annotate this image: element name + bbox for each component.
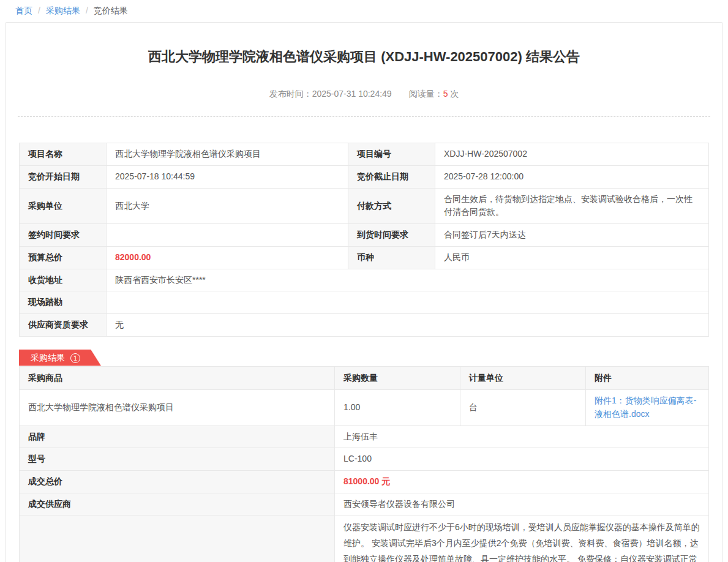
publish-time-label: 发布时间：	[269, 89, 312, 99]
breadcrumb: 首页/采购结果/竞价结果	[0, 0, 728, 21]
breadcrumb-separator: /	[38, 6, 40, 15]
table-row: 成交供应商 西安领导者仪器设备有限公司	[20, 493, 709, 515]
info-label: 收货地址	[20, 269, 107, 291]
info-label: 付款方式	[348, 188, 435, 223]
breadcrumb-procurement-results-link[interactable]: 采购结果	[46, 6, 80, 15]
table-row: 收货地址 陕西省西安市长安区****	[20, 269, 709, 291]
info-label: 项目名称	[20, 143, 107, 166]
table-row: 品牌 上海伍丰	[20, 425, 709, 448]
content-area: 项目名称 西北大学物理学院液相色谱仪采购项目 项目编号 XDJJ-HW-2025…	[6, 117, 722, 562]
info-label: 成交总价	[20, 471, 335, 493]
col-header-product: 采购商品	[20, 366, 335, 390]
model-value: LC-100	[335, 448, 709, 471]
announcement-meta: 发布时间：2025-07-31 10:24:49阅读量：5 次	[6, 89, 722, 116]
info-label: 采购单位	[20, 188, 107, 223]
supplier-value: 西安领导者仪器设备有限公司	[335, 493, 709, 515]
brand-value: 上海伍丰	[335, 425, 709, 448]
procurement-result-table: 采购商品 采购数量 计量单位 附件 西北大学物理学院液相色谱仪采购项目 1.00…	[19, 366, 709, 562]
info-label: 项目编号	[348, 143, 435, 166]
attachment-link[interactable]: 附件1：货物类响应偏离表-液相色谱.docx	[595, 395, 696, 419]
publish-time-value: 2025-07-31 10:24:49	[312, 89, 392, 99]
result-badge-label: 采购结果	[31, 353, 65, 362]
col-header-unit: 计量单位	[460, 366, 586, 390]
info-value: 西北大学	[107, 188, 348, 223]
info-label: 型号	[20, 448, 335, 471]
info-label: 到货时间要求	[348, 224, 435, 247]
info-value: 2025-07-28 12:00:00	[435, 166, 709, 189]
table-row: 预算总价 82000.00 币种 人民币	[20, 246, 709, 269]
warranty-service-value: 仪器安装调试时应进行不少于6小时的现场培训，受培训人员应能掌握仪器的基本操作及简…	[335, 515, 709, 562]
table-row: 质保及售后服务 仪器安装调试时应进行不少于6小时的现场培训，受培训人员应能掌握仪…	[20, 515, 709, 562]
procurement-result-badge: 采购结果1	[19, 350, 101, 366]
views-unit: 次	[450, 89, 459, 99]
table-row: 现场踏勘	[20, 291, 709, 314]
info-label: 现场踏勘	[20, 291, 107, 314]
table-row: 项目名称 西北大学物理学院液相色谱仪采购项目 项目编号 XDJJ-HW-2025…	[20, 143, 709, 166]
table-row: 西北大学物理学院液相色谱仪采购项目 1.00 台 附件1：货物类响应偏离表-液相…	[20, 390, 709, 425]
table-row: 成交总价 81000.00 元	[20, 471, 709, 493]
breadcrumb-separator: /	[86, 6, 88, 15]
info-label: 币种	[348, 246, 435, 269]
info-label: 质保及售后服务	[20, 515, 335, 562]
info-value: 无	[107, 313, 709, 336]
info-value: 合同签订后7天内送达	[435, 224, 709, 247]
info-value: 2025-07-18 10:44:59	[107, 166, 348, 189]
info-label: 竞价开始日期	[20, 166, 107, 189]
info-label: 预算总价	[20, 246, 107, 269]
attachment-cell: 附件1：货物类响应偏离表-液相色谱.docx	[586, 390, 709, 425]
breadcrumb-home-link[interactable]: 首页	[15, 6, 32, 15]
info-value: 人民币	[435, 246, 709, 269]
table-row: 型号 LC-100	[20, 448, 709, 471]
table-row: 签约时间要求 到货时间要求 合同签订后7天内送达	[20, 224, 709, 247]
info-label: 品牌	[20, 425, 335, 448]
announcement-card: 西北大学物理学院液相色谱仪采购项目 (XDJJ-HW-202507002) 结果…	[5, 22, 723, 562]
col-header-quantity: 采购数量	[335, 366, 460, 390]
table-row: 采购单位 西北大学 付款方式 合同生效后，待货物到达指定地点、安装调试验收合格后…	[20, 188, 709, 223]
info-label: 竞价截止日期	[348, 166, 435, 189]
views-count: 5	[443, 89, 448, 99]
product-name-cell: 西北大学物理学院液相色谱仪采购项目	[20, 390, 335, 425]
project-info-table: 项目名称 西北大学物理学院液相色谱仪采购项目 项目编号 XDJJ-HW-2025…	[19, 143, 709, 336]
views-label: 阅读量：	[409, 89, 443, 99]
info-value: XDJJ-HW-202507002	[435, 143, 709, 166]
result-count-badge: 1	[70, 353, 80, 363]
info-label: 签约时间要求	[20, 224, 107, 247]
info-label: 供应商资质要求	[20, 313, 107, 336]
table-row: 供应商资质要求 无	[20, 313, 709, 336]
deal-total-price-value: 81000.00 元	[335, 471, 709, 493]
table-header-row: 采购商品 采购数量 计量单位 附件	[20, 366, 709, 390]
info-label: 成交供应商	[20, 493, 335, 515]
info-value	[107, 224, 348, 247]
quantity-cell: 1.00	[335, 390, 460, 425]
breadcrumb-current: 竞价结果	[94, 6, 128, 15]
info-value: 西北大学物理学院液相色谱仪采购项目	[107, 143, 348, 166]
page-title: 西北大学物理学院液相色谱仪采购项目 (XDJJ-HW-202507002) 结果…	[42, 48, 686, 66]
info-value	[107, 291, 709, 314]
table-row: 竞价开始日期 2025-07-18 10:44:59 竞价截止日期 2025-0…	[20, 166, 709, 189]
unit-cell: 台	[460, 390, 586, 425]
col-header-attachment: 附件	[586, 366, 709, 390]
info-value: 陕西省西安市长安区****	[107, 269, 709, 291]
info-value: 合同生效后，待货物到达指定地点、安装调试验收合格后，一次性付清合同货款。	[435, 188, 709, 223]
budget-total-value: 82000.00	[107, 246, 348, 269]
